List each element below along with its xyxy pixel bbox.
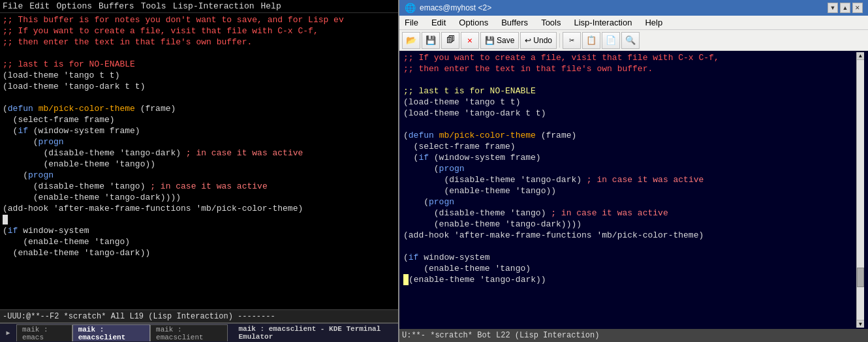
toolbar-cut-button[interactable]: ✂ (563, 32, 581, 49)
taskbar-icon: ▶ (3, 326, 14, 339)
scrollbar-up-button[interactable]: ▲ (857, 52, 864, 60)
globe-icon: 🌐 (405, 3, 416, 13)
title-bar-left: 🌐 emacs@myhost <2> (405, 3, 491, 13)
maximize-button[interactable]: ▲ (840, 3, 850, 13)
right-scrollbar[interactable]: ▲ ▼ (856, 52, 864, 328)
left-status-bar: -UUU:@**--F2 *scratch* All L19 (Lisp Int… (0, 309, 398, 322)
undo-icon: ↩ (525, 36, 531, 45)
scrollbar-thumb[interactable] (857, 268, 864, 287)
toolbar-save-button[interactable]: 💾Save (480, 32, 519, 49)
taskbar-btn-emacsclient2[interactable]: maik : emacsclient (150, 324, 228, 341)
left-code-area[interactable]: ;; This buffer is for notes you don't wa… (0, 13, 398, 309)
menu-lisp-interaction[interactable]: Lisp-Interaction (173, 1, 255, 11)
rmenu-lisp-interaction[interactable]: Lisp-Interaction (571, 18, 634, 27)
right-code-content: ;; If you want to create a file, visit t… (403, 52, 856, 328)
taskbar: ▶ maik : emacs maik : emacsclient maik :… (0, 322, 398, 342)
save-label: Save (497, 36, 514, 45)
menu-tools[interactable]: Tools (141, 1, 166, 11)
menu-buffers[interactable]: Buffers (99, 1, 134, 11)
menu-options[interactable]: Options (56, 1, 92, 11)
rmenu-tools[interactable]: Tools (538, 18, 563, 27)
save-floppy-icon: 💾 (485, 36, 495, 45)
minimize-button[interactable]: ▼ (828, 3, 838, 13)
menu-help[interactable]: Help (261, 1, 281, 11)
taskbar-btn-emacsclient1[interactable]: maik : emacsclient (72, 324, 150, 341)
close-button[interactable]: ✕ (852, 3, 863, 13)
right-code-pre: ;; If you want to create a file, visit t… (403, 52, 856, 285)
taskbar-app-label: maik : emacsclient - KDE Terminal Emulat… (233, 324, 398, 342)
right-status-text: U:**- *scratch* Bot L22 (Lisp Interactio… (402, 331, 599, 340)
right-menu-bar: File Edit Options Buffers Tools Lisp-Int… (399, 16, 868, 30)
toolbar-separator (559, 33, 560, 48)
toolbar-paste-button[interactable]: 📄 (602, 32, 620, 49)
right-title-bar: 🌐 emacs@myhost <2> ▼ ▲ ✕ (399, 0, 868, 16)
rmenu-options[interactable]: Options (456, 18, 491, 27)
toolbar-copy-button[interactable]: 🗐 (441, 32, 459, 49)
right-pane: 🌐 emacs@myhost <2> ▼ ▲ ✕ File Edit Optio… (398, 0, 868, 342)
left-menu-bar: File Edit Options Buffers Tools Lisp-Int… (0, 0, 398, 13)
rmenu-file[interactable]: File (402, 18, 421, 27)
undo-label: Undo (533, 36, 552, 45)
toolbar-undo-button[interactable]: ↩Undo (520, 32, 557, 49)
left-pane: File Edit Options Buffers Tools Lisp-Int… (0, 0, 398, 322)
toolbar-copy2-button[interactable]: 📋 (582, 32, 600, 49)
rmenu-help[interactable]: Help (642, 18, 665, 27)
scrollbar-track[interactable] (857, 60, 864, 320)
right-toolbar: 📂 💾 🗐 ✕ 💾Save ↩Undo ✂ 📋 📄 🔍 (399, 30, 868, 51)
toolbar-search-button[interactable]: 🔍 (621, 32, 640, 49)
right-code-area[interactable]: ;; If you want to create a file, visit t… (399, 51, 868, 329)
menu-edit[interactable]: Edit (29, 1, 50, 11)
window-title: emacs@myhost <2> (420, 3, 491, 12)
toolbar-new-button[interactable]: 📂 (402, 32, 420, 49)
toolbar-open-button[interactable]: 💾 (422, 32, 440, 49)
title-bar-controls: ▼ ▲ ✕ (828, 3, 863, 13)
toolbar-close-button[interactable]: ✕ (461, 32, 479, 49)
rmenu-edit[interactable]: Edit (429, 18, 448, 27)
rmenu-buffers[interactable]: Buffers (499, 18, 531, 27)
right-status-bar: U:**- *scratch* Bot L22 (Lisp Interactio… (399, 329, 868, 342)
scrollbar-down-button[interactable]: ▼ (857, 320, 864, 328)
taskbar-btn-emacs[interactable]: maik : emacs (16, 324, 72, 341)
code-content: ;; This buffer is for notes you don't wa… (3, 14, 395, 258)
left-status-text: -UUU:@**--F2 *scratch* All L19 (Lisp Int… (3, 312, 275, 321)
menu-file[interactable]: File (3, 1, 23, 11)
